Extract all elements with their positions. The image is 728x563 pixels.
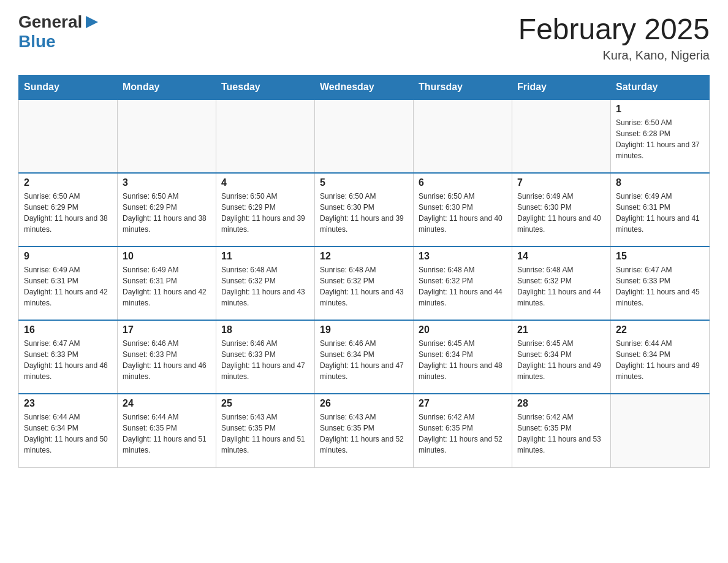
day-info: Sunrise: 6:47 AMSunset: 6:33 PMDaylight:… <box>616 264 704 308</box>
day-number: 20 <box>419 324 507 335</box>
calendar-cell: 21Sunrise: 6:45 AMSunset: 6:34 PMDayligh… <box>512 320 611 394</box>
calendar-cell: 11Sunrise: 6:48 AMSunset: 6:32 PMDayligh… <box>216 247 315 320</box>
calendar-cell: 15Sunrise: 6:47 AMSunset: 6:33 PMDayligh… <box>611 247 710 320</box>
calendar-cell <box>118 99 216 173</box>
calendar-week-2: 2Sunrise: 6:50 AMSunset: 6:29 PMDaylight… <box>19 173 710 247</box>
calendar-cell: 23Sunrise: 6:44 AMSunset: 6:34 PMDayligh… <box>19 394 118 467</box>
calendar-week-5: 23Sunrise: 6:44 AMSunset: 6:34 PMDayligh… <box>19 394 710 467</box>
calendar-cell: 26Sunrise: 6:43 AMSunset: 6:35 PMDayligh… <box>315 394 414 467</box>
calendar-cell <box>611 394 710 467</box>
calendar-cell: 7Sunrise: 6:49 AMSunset: 6:30 PMDaylight… <box>512 173 611 247</box>
day-number: 18 <box>221 324 309 335</box>
day-info: Sunrise: 6:50 AMSunset: 6:28 PMDaylight:… <box>616 117 704 161</box>
calendar-cell <box>315 99 414 173</box>
day-number: 8 <box>616 177 704 188</box>
day-number: 25 <box>221 398 309 409</box>
day-info: Sunrise: 6:49 AMSunset: 6:31 PMDaylight:… <box>123 264 211 308</box>
day-number: 17 <box>123 324 211 335</box>
logo-blue-text: Blue <box>18 32 56 52</box>
day-info: Sunrise: 6:50 AMSunset: 6:29 PMDaylight:… <box>221 191 309 235</box>
month-title: February 2025 <box>518 12 710 46</box>
day-info: Sunrise: 6:50 AMSunset: 6:30 PMDaylight:… <box>320 191 408 235</box>
day-info: Sunrise: 6:45 AMSunset: 6:34 PMDaylight:… <box>419 338 507 382</box>
day-info: Sunrise: 6:49 AMSunset: 6:30 PMDaylight:… <box>517 191 605 235</box>
day-number: 23 <box>24 398 112 409</box>
calendar-cell: 3Sunrise: 6:50 AMSunset: 6:29 PMDaylight… <box>118 173 216 247</box>
day-number: 22 <box>616 324 704 335</box>
calendar-cell: 22Sunrise: 6:44 AMSunset: 6:34 PMDayligh… <box>611 320 710 394</box>
calendar-cell: 8Sunrise: 6:49 AMSunset: 6:31 PMDaylight… <box>611 173 710 247</box>
day-info: Sunrise: 6:48 AMSunset: 6:32 PMDaylight:… <box>517 264 605 308</box>
calendar-cell: 14Sunrise: 6:48 AMSunset: 6:32 PMDayligh… <box>512 247 611 320</box>
calendar-cell <box>19 99 118 173</box>
day-number: 6 <box>419 177 507 188</box>
calendar-cell <box>216 99 315 173</box>
page-header: General Blue February 2025 Kura, Kano, N… <box>18 12 710 63</box>
day-info: Sunrise: 6:43 AMSunset: 6:35 PMDaylight:… <box>320 412 408 456</box>
calendar-cell: 9Sunrise: 6:49 AMSunset: 6:31 PMDaylight… <box>19 247 118 320</box>
day-number: 11 <box>221 251 309 262</box>
day-number: 24 <box>123 398 211 409</box>
calendar-cell: 4Sunrise: 6:50 AMSunset: 6:29 PMDaylight… <box>216 173 315 247</box>
calendar-cell: 2Sunrise: 6:50 AMSunset: 6:29 PMDaylight… <box>19 173 118 247</box>
day-number: 10 <box>123 251 211 262</box>
weekday-header-row: SundayMondayTuesdayWednesdayThursdayFrid… <box>19 75 710 100</box>
day-number: 1 <box>616 104 704 115</box>
day-number: 5 <box>320 177 408 188</box>
calendar-cell: 6Sunrise: 6:50 AMSunset: 6:30 PMDaylight… <box>414 173 512 247</box>
day-number: 2 <box>24 177 112 188</box>
calendar-header: SundayMondayTuesdayWednesdayThursdayFrid… <box>19 75 710 100</box>
weekday-header-monday: Monday <box>118 75 216 100</box>
day-number: 9 <box>24 251 112 262</box>
day-number: 28 <box>517 398 605 409</box>
calendar-week-4: 16Sunrise: 6:47 AMSunset: 6:33 PMDayligh… <box>19 320 710 394</box>
day-number: 16 <box>24 324 112 335</box>
day-number: 14 <box>517 251 605 262</box>
day-info: Sunrise: 6:49 AMSunset: 6:31 PMDaylight:… <box>616 191 704 235</box>
day-info: Sunrise: 6:48 AMSunset: 6:32 PMDaylight:… <box>221 264 309 308</box>
calendar-cell: 18Sunrise: 6:46 AMSunset: 6:33 PMDayligh… <box>216 320 315 394</box>
calendar-cell: 20Sunrise: 6:45 AMSunset: 6:34 PMDayligh… <box>414 320 512 394</box>
title-block: February 2025 Kura, Kano, Nigeria <box>518 12 710 63</box>
calendar-cell: 28Sunrise: 6:42 AMSunset: 6:35 PMDayligh… <box>512 394 611 467</box>
calendar-cell: 17Sunrise: 6:46 AMSunset: 6:33 PMDayligh… <box>118 320 216 394</box>
day-info: Sunrise: 6:47 AMSunset: 6:33 PMDaylight:… <box>24 338 112 382</box>
calendar-cell: 10Sunrise: 6:49 AMSunset: 6:31 PMDayligh… <box>118 247 216 320</box>
day-info: Sunrise: 6:42 AMSunset: 6:35 PMDaylight:… <box>517 412 605 456</box>
day-info: Sunrise: 6:48 AMSunset: 6:32 PMDaylight:… <box>419 264 507 308</box>
calendar-cell <box>512 99 611 173</box>
weekday-header-thursday: Thursday <box>414 75 512 100</box>
day-number: 15 <box>616 251 704 262</box>
day-info: Sunrise: 6:45 AMSunset: 6:34 PMDaylight:… <box>517 338 605 382</box>
day-number: 19 <box>320 324 408 335</box>
day-info: Sunrise: 6:46 AMSunset: 6:33 PMDaylight:… <box>123 338 211 382</box>
calendar-cell: 5Sunrise: 6:50 AMSunset: 6:30 PMDaylight… <box>315 173 414 247</box>
weekday-header-wednesday: Wednesday <box>315 75 414 100</box>
calendar-cell: 16Sunrise: 6:47 AMSunset: 6:33 PMDayligh… <box>19 320 118 394</box>
calendar-week-1: 1Sunrise: 6:50 AMSunset: 6:28 PMDaylight… <box>19 99 710 173</box>
day-info: Sunrise: 6:50 AMSunset: 6:29 PMDaylight:… <box>123 191 211 235</box>
day-number: 7 <box>517 177 605 188</box>
day-number: 21 <box>517 324 605 335</box>
day-info: Sunrise: 6:50 AMSunset: 6:29 PMDaylight:… <box>24 191 112 235</box>
calendar-cell <box>414 99 512 173</box>
calendar-cell: 12Sunrise: 6:48 AMSunset: 6:32 PMDayligh… <box>315 247 414 320</box>
calendar-table: SundayMondayTuesdayWednesdayThursdayFrid… <box>18 75 710 468</box>
weekday-header-tuesday: Tuesday <box>216 75 315 100</box>
day-info: Sunrise: 6:46 AMSunset: 6:33 PMDaylight:… <box>221 338 309 382</box>
location-subtitle: Kura, Kano, Nigeria <box>518 48 710 63</box>
day-number: 13 <box>419 251 507 262</box>
weekday-header-friday: Friday <box>512 75 611 100</box>
calendar-cell: 1Sunrise: 6:50 AMSunset: 6:28 PMDaylight… <box>611 99 710 173</box>
logo-arrow-icon <box>83 13 100 31</box>
day-info: Sunrise: 6:48 AMSunset: 6:32 PMDaylight:… <box>320 264 408 308</box>
calendar-cell: 27Sunrise: 6:42 AMSunset: 6:35 PMDayligh… <box>414 394 512 467</box>
svg-marker-0 <box>86 16 98 28</box>
day-info: Sunrise: 6:44 AMSunset: 6:35 PMDaylight:… <box>123 412 211 456</box>
calendar-body: 1Sunrise: 6:50 AMSunset: 6:28 PMDaylight… <box>19 99 710 467</box>
day-info: Sunrise: 6:46 AMSunset: 6:34 PMDaylight:… <box>320 338 408 382</box>
calendar-cell: 25Sunrise: 6:43 AMSunset: 6:35 PMDayligh… <box>216 394 315 467</box>
day-info: Sunrise: 6:44 AMSunset: 6:34 PMDaylight:… <box>24 412 112 456</box>
logo-general-text: General <box>18 12 82 32</box>
calendar-cell: 13Sunrise: 6:48 AMSunset: 6:32 PMDayligh… <box>414 247 512 320</box>
